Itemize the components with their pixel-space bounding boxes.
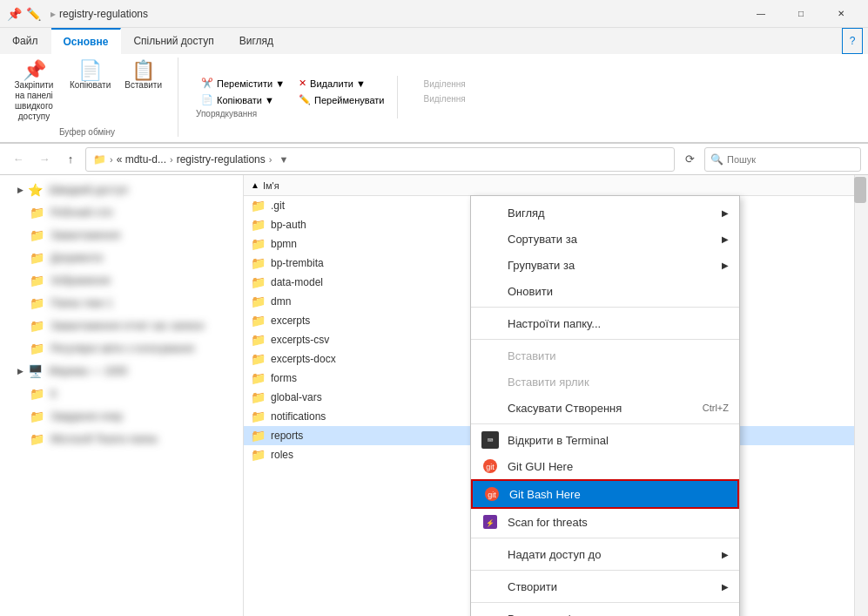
sidebar-item-label: Зображення (50, 274, 111, 287)
copy-to-button[interactable]: 📄 Копіювати ▼ (196, 92, 290, 107)
tab-main[interactable]: Основне (51, 28, 122, 54)
folder-icon: 📁 (251, 352, 266, 366)
context-menu-item-share[interactable]: Надати доступ до▶ (471, 541, 739, 567)
ribbon: Файл Основне Спільний доступ Вигляд ? 📌 … (0, 28, 868, 144)
context-menu-item-view[interactable]: Вигляд▶ (471, 200, 739, 226)
refresh-button[interactable]: ⟳ (678, 148, 701, 171)
delete-button[interactable]: ✕ Видалити ▼ (293, 76, 389, 91)
folder-icon: 📁 (251, 275, 266, 289)
search-input[interactable] (727, 154, 855, 165)
ctx-item-label: Вставити (508, 349, 556, 362)
file-name: forms (271, 372, 297, 384)
folder-icon: 📁 (251, 199, 266, 213)
folder-icon: 📁 (251, 333, 266, 347)
context-menu-item-groupby[interactable]: Групувати за▶ (471, 252, 739, 278)
path-current: registry-regulations (177, 153, 266, 166)
sidebar-item-11[interactable]: 📁 Microsoft Teams папка (0, 428, 243, 450)
ctx-icon (481, 256, 499, 274)
sidebar-item-3[interactable]: 📁 Документи (0, 247, 243, 269)
ctx-item-label: Вигляд (508, 206, 545, 220)
tab-share[interactable]: Спільний доступ (121, 28, 226, 54)
folder-icon: 📁 (28, 408, 45, 425)
ctx-icon (481, 578, 499, 595)
select-all-button[interactable]: Виділення (419, 78, 861, 91)
submenu-arrow-icon: ▶ (722, 582, 729, 592)
context-menu-item-git-bash[interactable]: git Git Bash Here (471, 479, 739, 509)
ctx-item-label: Створити (508, 580, 557, 593)
forward-button[interactable]: → (33, 148, 56, 171)
ctx-item-label: Відкрити в Terminal (508, 434, 609, 447)
sidebar-item-label: Завдання очер (50, 410, 123, 423)
sidebar-item-7[interactable]: 📁 Регулярні звіти з голосування (0, 337, 243, 360)
submenu-arrow-icon: ▶ (722, 261, 729, 270)
context-menu-item-refresh[interactable]: Оновити (471, 278, 739, 304)
ctx-icon (481, 545, 499, 563)
sidebar-item-network[interactable]: ▶ 🖥️ Мережа — 1000 (0, 360, 243, 382)
up-button[interactable]: ↑ (59, 148, 82, 171)
path-dropdown[interactable]: ▼ (279, 154, 288, 165)
quick-access-group: 📌 Закріпити на панелі швидкого доступу 📄… (7, 58, 178, 137)
folder-icon: 📁 (28, 294, 45, 312)
organize-label: Упорядкування (196, 109, 390, 118)
minimize-button[interactable]: — (741, 0, 781, 28)
file-name: bp-auth (271, 219, 306, 231)
folder-icon: 📁 (251, 218, 266, 232)
ctx-item-label: Надати доступ до (508, 548, 601, 561)
folder-icon: 📁 (28, 204, 45, 221)
back-button[interactable]: ← (7, 148, 30, 171)
copy-icon: 📄 (78, 61, 102, 80)
file-name: roles (271, 449, 293, 461)
rename-button[interactable]: ✏️ Перейменувати (293, 92, 389, 107)
sidebar-item-2[interactable]: 📁 Завантаження (0, 224, 243, 247)
file-list-header: ▲ Ім'я (244, 175, 868, 196)
folder-icon: 📁 (28, 249, 45, 267)
sidebar-item-1[interactable]: 📁 Робочий стіл (0, 201, 243, 224)
context-menu-item-undo[interactable]: Скасувати СтворенняCtrl+Z (471, 395, 739, 421)
sidebar-item-9[interactable]: 📁 tt (0, 382, 243, 405)
folder-icon: 📁 (251, 390, 266, 404)
context-menu-item-customize[interactable]: Настроїти папку... (471, 310, 739, 336)
tab-view[interactable]: Вигляд (227, 28, 286, 54)
title-bar: 📌 ✏️ ▸ registry-regulations — □ ✕ (0, 0, 868, 28)
invert-selection-button[interactable]: Виділення (419, 92, 861, 105)
paste-ribbon-button[interactable]: 📋 Вставити (119, 58, 167, 93)
address-path[interactable]: 📁 › « mdtu-d... › registry-regulations ›… (85, 147, 675, 172)
move-button[interactable]: ✂️ Перемістити ▼ (196, 76, 290, 91)
sidebar-item-5[interactable]: 📁 Папка теки 1 (0, 292, 243, 315)
sidebar-item-6[interactable]: 📁 Завантаження отчет зас записи (0, 315, 243, 337)
folder-icon: 📁 (251, 448, 266, 462)
sidebar-item-label: Завантаження (50, 229, 120, 241)
sidebar-item-4[interactable]: 📁 Зображення (0, 269, 243, 292)
context-menu-item-sortby[interactable]: Сортувати за▶ (471, 226, 739, 252)
title-bar-icons: 📌 ✏️ (7, 7, 40, 21)
submenu-arrow-icon: ▶ (722, 234, 729, 244)
sidebar: ▶ ⭐ Швидкий доступ 📁 Робочий стіл 📁 Зава… (0, 175, 244, 616)
context-menu-separator (471, 602, 739, 603)
expand-icon: ▶ (14, 184, 26, 196)
paste-icon: 📋 (131, 61, 155, 80)
context-menu-item-properties[interactable]: Властивості (471, 606, 739, 616)
context-menu-item-create[interactable]: Створити▶ (471, 573, 739, 599)
sidebar-item-10[interactable]: 📁 Завдання очер (0, 405, 243, 428)
maximize-button[interactable]: □ (781, 0, 821, 28)
col-name-label[interactable]: Ім'я (263, 180, 279, 191)
context-menu-item-scan[interactable]: ⚡ Scan for threats (471, 509, 739, 535)
sidebar-item-label: Microsoft Teams папка (50, 433, 157, 445)
sidebar-item-label: Робочий стіл (50, 206, 113, 219)
help-button[interactable]: ? (842, 28, 863, 54)
context-menu-item-paste: Вставити (471, 342, 739, 369)
ctx-item-label: Оновити (508, 285, 553, 298)
file-name: .git (271, 200, 285, 212)
copy-ribbon-button[interactable]: 📄 Копіювати (64, 58, 116, 93)
ctx-item-label: Сортувати за (508, 233, 577, 246)
close-button[interactable]: ✕ (821, 0, 861, 28)
context-menu-item-terminal[interactable]: ⌨Відкрити в Terminal (471, 427, 739, 453)
context-menu-item-git-gui[interactable]: git Git GUI Here (471, 453, 739, 479)
tab-file[interactable]: Файл (0, 28, 51, 54)
sidebar-item-label: Регулярні звіти з голосування (50, 342, 194, 355)
address-bar: ← → ↑ 📁 › « mdtu-d... › registry-regulat… (0, 144, 868, 175)
pin-quick-access-button[interactable]: 📌 Закріпити на панелі швидкого доступу (7, 58, 61, 125)
file-name: dmn (271, 295, 291, 308)
sidebar-item-quick-access[interactable]: ▶ ⭐ Швидкий доступ (0, 179, 243, 201)
folder-icon: 📁 (28, 385, 45, 403)
